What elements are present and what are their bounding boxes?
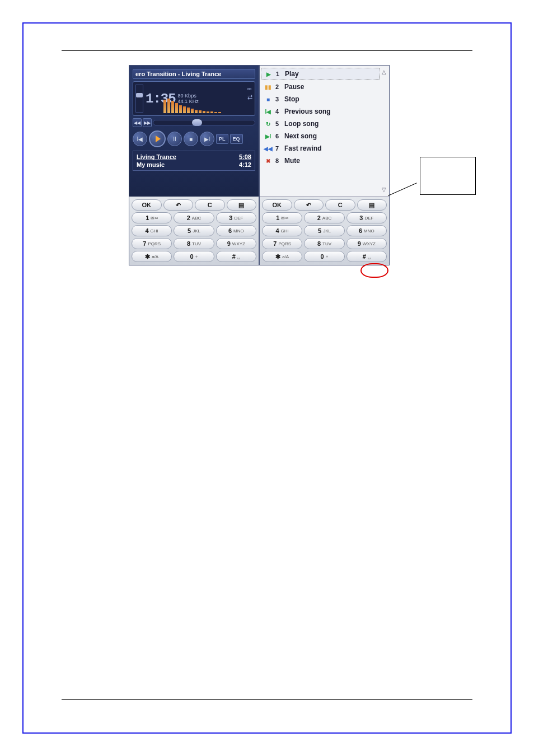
footer-rule: [62, 699, 472, 700]
menu-item-num: 4: [275, 108, 281, 115]
menu-item-num: 1: [276, 71, 282, 77]
track-time: 4:12: [239, 161, 251, 168]
menu-item-prev[interactable]: I◀ 4 Previous song: [261, 106, 380, 117]
kp-7[interactable]: 7PQRS: [132, 238, 172, 249]
loop-icon[interactable]: ∞: [247, 85, 252, 92]
playlist-row[interactable]: My music 4:12: [137, 161, 251, 169]
seek-back-button[interactable]: ◀◀: [133, 118, 142, 127]
kp-6[interactable]: 6MNO: [346, 225, 387, 236]
menu-list: ▶ 1 Play ▮▮ 2 Pause ■ 3 Stop I◀ 4 Pr: [261, 68, 380, 194]
shuffle-icon[interactable]: ⇄: [247, 94, 252, 101]
prev-icon: I◀: [264, 108, 272, 115]
kp-0[interactable]: 0+: [304, 251, 344, 262]
scroll-up-icon[interactable]: △: [380, 69, 388, 75]
kp-1[interactable]: 1✉∞: [262, 212, 302, 223]
kp-4[interactable]: 4GHI: [132, 225, 172, 236]
play-button[interactable]: [149, 130, 166, 147]
menu-item-play[interactable]: ▶ 1 Play: [261, 68, 380, 80]
kp-clear[interactable]: C: [325, 199, 355, 211]
scroll-arrows[interactable]: △ ▽: [380, 68, 388, 194]
menu-item-num: 7: [275, 145, 281, 152]
kp-1[interactable]: 1✉∞: [132, 212, 172, 223]
track-name: My music: [137, 161, 165, 168]
kp-clear[interactable]: C: [195, 199, 225, 211]
kp-9[interactable]: 9WXYZ: [216, 238, 256, 249]
kp-hash[interactable]: #␣: [346, 251, 387, 262]
menu-item-loop[interactable]: ↻ 5 Loop song: [261, 118, 380, 129]
kp-5[interactable]: 5JKL: [304, 225, 344, 236]
menu-item-label: Previous song: [284, 108, 331, 115]
pause-icon: ▮▮: [264, 83, 272, 90]
kp-9[interactable]: 9WXYZ: [346, 238, 387, 249]
loop-shuffle-icons[interactable]: ∞ ⇄: [247, 85, 252, 101]
kp-ok[interactable]: OK: [132, 199, 162, 211]
menu-item-rewind[interactable]: ◀◀ 7 Fast rewind: [261, 143, 380, 154]
kp-2[interactable]: 2ABC: [304, 212, 344, 223]
kp-7[interactable]: 7PQRS: [262, 238, 302, 249]
menu-item-pause[interactable]: ▮▮ 2 Pause: [261, 81, 380, 92]
kp-6[interactable]: 6MNO: [216, 225, 256, 236]
volume-slider[interactable]: [135, 85, 143, 113]
menu-item-num: 8: [275, 157, 281, 164]
kp-3[interactable]: 3DEF: [216, 212, 256, 223]
menu-upper: ▶ 1 Play ▮▮ 2 Pause ■ 3 Stop I◀ 4 Pr: [260, 66, 389, 197]
play-icon: ▶: [265, 71, 273, 77]
menu-item-label: Mute: [284, 157, 300, 165]
bitrate-label: 80 Kbps: [178, 93, 199, 99]
playlist-area[interactable]: Living Trance 5:08 My music 4:12: [133, 151, 255, 171]
kp-menu[interactable]: ▤: [227, 199, 257, 211]
playlist-toggle-button[interactable]: PL: [216, 134, 228, 144]
screen-player: ero Transition - Living Trance 1:35 80 K…: [129, 65, 259, 265]
kp-8[interactable]: 8TUV: [304, 238, 344, 249]
eq-toggle-button[interactable]: EQ: [230, 134, 243, 144]
player-display: 1:35 80 Kbps 44.1 KHz ∞ ⇄: [133, 81, 255, 116]
menu-item-label: Next song: [284, 132, 317, 140]
mute-icon: ✖: [264, 157, 272, 164]
menu-item-num: 2: [275, 83, 281, 90]
header-rule: [62, 50, 472, 51]
kp-0[interactable]: 0+: [174, 251, 214, 262]
pause-button[interactable]: II: [167, 132, 182, 146]
menu-item-stop[interactable]: ■ 3 Stop: [261, 94, 380, 105]
kp-4[interactable]: 4GHI: [262, 225, 302, 236]
menu-item-num: 6: [275, 133, 281, 139]
keypad-left: OK ↶ C ▤ 1✉∞ 2ABC 3DEF 4GHI 5JKL 6MNO 7P…: [129, 197, 259, 265]
seek-fwd-button[interactable]: ▶▶: [143, 118, 152, 127]
kp-5[interactable]: 5JKL: [174, 225, 214, 236]
kp-menu[interactable]: ▤: [357, 199, 387, 211]
player-upper: ero Transition - Living Trance 1:35 80 K…: [129, 66, 259, 197]
loop-icon: ↻: [264, 120, 272, 127]
menu-item-label: Play: [285, 70, 299, 78]
menu-item-next[interactable]: ▶I 6 Next song: [261, 130, 380, 142]
player-title: ero Transition - Living Trance: [133, 69, 255, 79]
callout-box: [420, 157, 476, 195]
kp-2[interactable]: 2ABC: [174, 212, 214, 223]
rewind-icon: ◀◀: [264, 145, 272, 152]
menu-item-label: Loop song: [284, 120, 318, 128]
kp-ok[interactable]: OK: [262, 199, 292, 211]
menu-item-label: Fast rewind: [284, 144, 322, 152]
kp-3[interactable]: 3DEF: [346, 212, 387, 223]
next-button[interactable]: ▶I: [200, 132, 214, 146]
kp-8[interactable]: 8TUV: [174, 238, 214, 249]
track-time: 5:08: [239, 153, 251, 160]
menu-item-mute[interactable]: ✖ 8 Mute: [261, 155, 380, 166]
menu-item-label: Stop: [284, 95, 299, 103]
kp-back[interactable]: ↶: [163, 199, 194, 211]
seek-slider[interactable]: [153, 120, 255, 125]
keypad-right: OK ↶ C ▤ 1✉∞ 2ABC 3DEF 4GHI 5JKL 6MNO 7P…: [260, 197, 389, 265]
screenshots-container: ero Transition - Living Trance 1:35 80 K…: [129, 65, 390, 265]
spectrum-analyzer: [163, 99, 221, 113]
playlist-row[interactable]: Living Trance 5:08: [137, 153, 251, 161]
kp-hash[interactable]: #␣: [216, 251, 256, 262]
kp-star[interactable]: ✱a/A: [132, 251, 172, 262]
transport-controls: I◀ II ■ ▶I PL EQ: [133, 130, 255, 147]
kp-star[interactable]: ✱a/A: [262, 251, 302, 262]
prev-button[interactable]: I◀: [133, 132, 147, 146]
track-name: Living Trance: [137, 153, 176, 160]
stop-button[interactable]: ■: [184, 132, 198, 146]
next-icon: ▶I: [264, 133, 272, 139]
screen-menu: ▶ 1 Play ▮▮ 2 Pause ■ 3 Stop I◀ 4 Pr: [259, 65, 390, 265]
scroll-down-icon[interactable]: ▽: [380, 186, 388, 193]
kp-back[interactable]: ↶: [294, 199, 324, 211]
